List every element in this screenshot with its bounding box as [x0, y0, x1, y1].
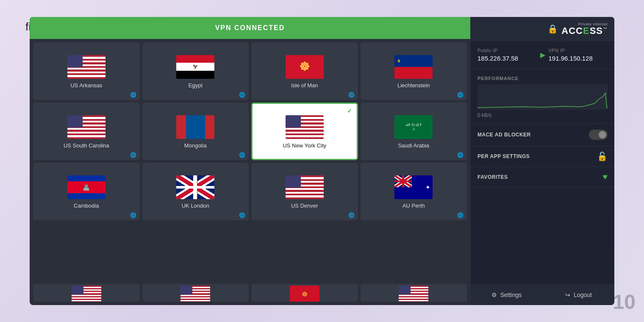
right-panel: 🔒 Private Internet ACCESS™ Public IP 185… [470, 17, 614, 305]
left-panel: VPN CONNECTED US Arkansas 🌐 [30, 17, 470, 305]
logout-button[interactable]: ↪ Logout [543, 285, 614, 305]
settings-button[interactable]: ⚙ Settings [471, 285, 543, 305]
globe-icon-8: 🌐 [457, 152, 464, 158]
flag-iom: ☸ [286, 55, 324, 79]
flag-mongolia [176, 115, 214, 139]
location-name-egypt: Egypt [189, 82, 203, 89]
mace-label: MACE AD BLOCKER [477, 132, 531, 138]
location-grid: US Arkansas 🌐 🦅 Egypt 🌐 [30, 39, 470, 284]
ten-badge: 10 [613, 290, 636, 314]
location-uk-london[interactable]: UK London 🌐 [142, 163, 249, 220]
pia-brand-bottom: ACCESS™ [561, 26, 608, 36]
location-name-au-perth: AU Perth [402, 203, 425, 209]
public-ip-label: Public IP [477, 48, 537, 53]
partial-flag-4 [399, 286, 428, 302]
pia-header: 🔒 Private Internet ACCESS™ [471, 17, 614, 41]
partial-flag-2 [180, 286, 210, 302]
location-name-cambodia: Cambodia [74, 203, 99, 209]
location-egypt[interactable]: 🦅 Egypt 🌐 [142, 42, 249, 100]
globe-icon-5: 🌐 [130, 152, 136, 158]
flag-us-nyc [286, 115, 324, 139]
performance-graph [477, 84, 608, 110]
flag-li: ♛ [394, 55, 433, 79]
globe-icon-2: 🌐 [239, 92, 245, 98]
partial-card-3[interactable]: ☸ [251, 284, 358, 302]
flag-egypt: 🦅 [176, 55, 214, 79]
location-us-arkansas[interactable]: US Arkansas 🌐 [33, 42, 140, 100]
globe-icon-12: 🌐 [457, 212, 464, 218]
location-name-sa: Saudi Arabia [398, 142, 429, 149]
public-ip-value: 185.226.37.58 [477, 55, 537, 62]
location-name-us-arkansas: US Arkansas [70, 82, 102, 89]
favorites-heart-icon: ♥ [602, 172, 608, 182]
pia-lock-icon: 🔒 [547, 24, 558, 34]
pia-logo: Private Internet ACCESS™ [561, 22, 608, 36]
location-liechtenstein[interactable]: ♛ Liechtenstein 🌐 [361, 42, 467, 100]
settings-button-label: Settings [500, 291, 522, 298]
globe-icon-11: 🌐 [348, 212, 355, 218]
location-mongolia[interactable]: Mongolia 🌐 [142, 103, 249, 160]
vpn-status-text: VPN CONNECTED [215, 24, 285, 32]
performance-label: PERFORMANCE [477, 76, 608, 81]
logout-arrow-icon: ↪ [565, 291, 570, 298]
location-name-mongolia: Mongolia [184, 142, 207, 149]
per-app-lock-icon: 🔓 [597, 151, 608, 161]
vpn-ip-label: VPN IP [549, 48, 608, 53]
flag-us-sc [67, 115, 105, 139]
location-name-uk-london: UK London [182, 203, 209, 209]
flag-us-denver [286, 175, 324, 199]
per-app-label: PER APP SETTINGS [477, 153, 530, 159]
mace-section: MACE AD BLOCKER [471, 124, 614, 146]
flag-us-arkansas [67, 55, 105, 79]
active-check-icon: ✓ [345, 106, 354, 116]
arrow-right-icon: ▶ [540, 51, 545, 59]
location-cambodia[interactable]: 🏯 Cambodia 🌐 [33, 163, 140, 220]
partial-card-2[interactable] [142, 284, 249, 302]
bottom-buttons: ⚙ Settings ↪ Logout [471, 284, 614, 305]
location-name-us-denver: US Denver [291, 203, 318, 209]
ip-info-section: Public IP 185.226.37.58 ▶ VPN IP 191.96.… [471, 41, 614, 69]
vpn-status-banner: VPN CONNECTED [30, 17, 470, 39]
per-app-settings-row[interactable]: PER APP SETTINGS 🔓 [471, 146, 614, 167]
globe-icon-1: 🌐 [130, 92, 136, 98]
ip-row: Public IP 185.226.37.58 ▶ VPN IP 191.96.… [477, 48, 608, 62]
globe-icon-10: 🌐 [239, 212, 245, 218]
flag-uk [176, 175, 214, 199]
main-screen: VPN CONNECTED US Arkansas 🌐 [30, 17, 614, 305]
location-au-perth[interactable]: ✦ AU Perth 🌐 [361, 163, 467, 220]
location-us-denver[interactable]: US Denver 🌐 [251, 163, 358, 220]
partial-card-4[interactable] [361, 284, 467, 302]
performance-speed: 0 kB/s [477, 112, 608, 118]
partial-bottom-row: ☸ [30, 284, 470, 305]
location-isle-of-man[interactable]: ☸ Isle of Man 🌐 [251, 42, 358, 100]
location-name-li: Liechtenstein [397, 82, 430, 89]
location-name-us-sc: US South Carolina [64, 142, 109, 149]
app-container: VPN CONNECTED US Arkansas 🌐 [30, 17, 614, 305]
globe-icon-6: 🌐 [239, 152, 245, 158]
flag-sa: لا إله إلا الله⚔ [394, 115, 433, 139]
partial-card-1[interactable] [33, 284, 140, 302]
vpn-ip-value: 191.96.150.128 [549, 55, 608, 62]
location-saudi-arabia[interactable]: لا إله إلا الله⚔ Saudi Arabia 🌐 [361, 103, 467, 160]
performance-section: PERFORMANCE 0 kB/s [471, 69, 614, 124]
public-ip-block: Public IP 185.226.37.58 [477, 48, 537, 62]
partial-flag-1 [72, 286, 101, 302]
location-name-us-nyc: US New York City [283, 142, 326, 149]
mace-toggle[interactable] [589, 130, 608, 140]
location-us-sc[interactable]: US South Carolina 🌐 [33, 103, 140, 160]
flag-au: ✦ [394, 175, 433, 199]
location-us-nyc[interactable]: ✓ US New York City [251, 103, 358, 160]
flag-kh: 🏯 [67, 175, 105, 199]
favorites-label: FAVORITES [477, 174, 508, 180]
globe-icon-3: 🌐 [348, 92, 355, 98]
settings-gear-icon: ⚙ [491, 291, 497, 298]
favorites-row[interactable]: FAVORITES ♥ [471, 167, 614, 187]
partial-flag-3: ☸ [290, 286, 319, 302]
globe-icon-4: 🌐 [457, 92, 464, 98]
globe-icon-9: 🌐 [130, 212, 136, 218]
logout-button-label: Logout [574, 291, 592, 298]
location-name-iom: Isle of Man [291, 82, 318, 89]
vpn-ip-block: VPN IP 191.96.150.128 [549, 48, 608, 62]
